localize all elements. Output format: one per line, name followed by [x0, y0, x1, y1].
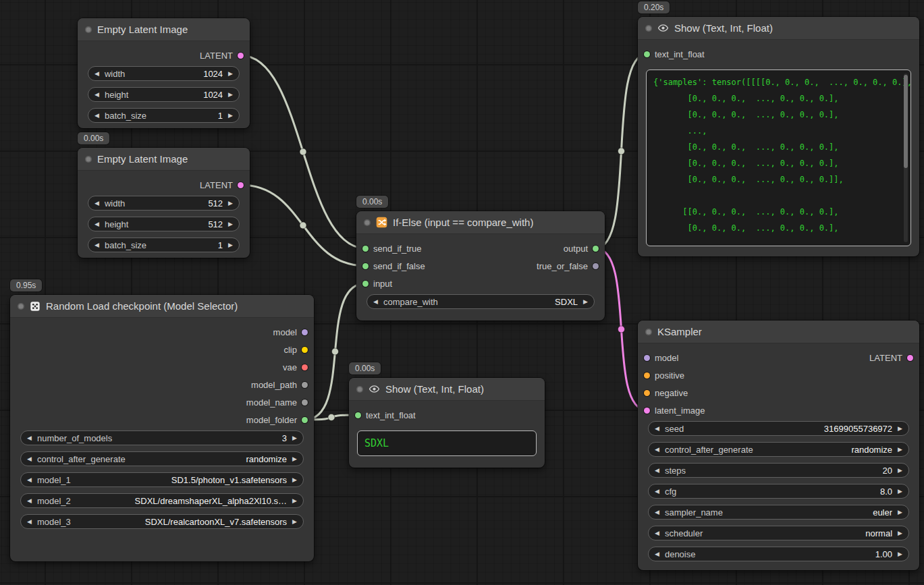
widget-height[interactable]: ◀height512▶ — [88, 217, 240, 231]
increment-arrow-icon[interactable]: ▶ — [898, 489, 902, 495]
increment-arrow-icon[interactable]: ▶ — [228, 242, 233, 248]
decrement-arrow-icon[interactable]: ◀ — [655, 468, 659, 474]
node-titlebar[interactable]: Random Load checkpoint (Model Selector) — [10, 295, 314, 318]
widget-compare-with[interactable]: ◀compare_withSDXL▶ — [366, 294, 595, 309]
decrement-arrow-icon[interactable]: ◀ — [655, 489, 659, 495]
node-show-text-small[interactable]: 0.00sShow (Text, Int, Float)text_int_flo… — [349, 378, 545, 468]
widget-scheduler[interactable]: ◀schedulernormal▶ — [648, 526, 909, 540]
widget-model-1[interactable]: ◀model_1SD1.5/photon_v1.safetensors▶ — [20, 472, 304, 487]
decrement-arrow-icon[interactable]: ◀ — [94, 242, 99, 248]
collapse-dot[interactable] — [356, 386, 363, 393]
input-port-dot-positive[interactable] — [644, 372, 650, 379]
output-port-dot-model_name[interactable] — [302, 399, 308, 406]
widget-height[interactable]: ◀height1024▶ — [88, 87, 240, 102]
increment-arrow-icon[interactable]: ▶ — [898, 530, 902, 536]
output-port-dot-output[interactable] — [593, 246, 599, 252]
increment-arrow-icon[interactable]: ▶ — [898, 551, 902, 557]
collapse-dot[interactable] — [364, 219, 371, 226]
collapse-dot[interactable] — [85, 156, 92, 163]
node-if-else[interactable]: 0.00sIf-Else (input == compare_with)send… — [356, 211, 605, 321]
increment-arrow-icon[interactable]: ▶ — [898, 509, 902, 516]
decrement-arrow-icon[interactable]: ◀ — [655, 426, 659, 432]
increment-arrow-icon[interactable]: ▶ — [898, 468, 902, 474]
widget-control-after-generate[interactable]: ◀control_after_generaterandomize▶ — [20, 451, 304, 466]
node-ksampler[interactable]: KSamplermodelLATENTpositivenegativelaten… — [638, 321, 919, 570]
wire-midpoint-dot[interactable] — [300, 148, 306, 155]
widget-steps[interactable]: ◀steps20▶ — [648, 463, 909, 478]
increment-arrow-icon[interactable]: ▶ — [228, 221, 233, 227]
wire[interactable] — [241, 55, 366, 248]
output-port-dot-LATENT[interactable] — [907, 355, 913, 361]
input-port-dot-text_int_float[interactable] — [644, 51, 650, 57]
widget-denoise[interactable]: ◀denoise1.00▶ — [648, 547, 909, 561]
widget-number-of-models[interactable]: ◀number_of_models3▶ — [20, 430, 304, 445]
widget-width[interactable]: ◀width512▶ — [88, 196, 240, 211]
collapse-dot[interactable] — [645, 329, 652, 335]
decrement-arrow-icon[interactable]: ◀ — [655, 509, 659, 516]
output-port-dot-model_folder[interactable] — [302, 417, 308, 423]
widget-control-after-generate[interactable]: ◀control_after_generaterandomize▶ — [648, 442, 909, 457]
output-port-dot-model[interactable] — [302, 329, 308, 335]
decrement-arrow-icon[interactable]: ◀ — [27, 456, 32, 462]
text-output-box[interactable]: SDXL — [357, 430, 537, 456]
decrement-arrow-icon[interactable]: ◀ — [27, 477, 32, 483]
input-port-dot-send_if_true[interactable] — [362, 246, 369, 252]
input-port-dot-input[interactable] — [362, 281, 369, 287]
increment-arrow-icon[interactable]: ▶ — [292, 456, 297, 462]
node-show-text-large[interactable]: 0.20sShow (Text, Int, Float)text_int_flo… — [638, 17, 919, 256]
decrement-arrow-icon[interactable]: ◀ — [655, 447, 659, 453]
node-titlebar[interactable]: If-Else (input == compare_with) — [356, 211, 605, 234]
decrement-arrow-icon[interactable]: ◀ — [655, 551, 659, 557]
node-empty-latent-2[interactable]: 0.00sEmpty Latent ImageLATENT◀width512▶◀… — [78, 148, 250, 258]
widget-sampler-name[interactable]: ◀sampler_nameeuler▶ — [648, 505, 909, 520]
increment-arrow-icon[interactable]: ▶ — [228, 92, 233, 98]
wire-midpoint-dot[interactable] — [618, 326, 625, 333]
decrement-arrow-icon[interactable]: ◀ — [94, 200, 99, 206]
input-port-dot-model[interactable] — [644, 355, 650, 361]
widget-width[interactable]: ◀width1024▶ — [88, 66, 240, 81]
increment-arrow-icon[interactable]: ▶ — [898, 426, 902, 432]
decrement-arrow-icon[interactable]: ◀ — [94, 71, 99, 77]
output-port-dot-vae[interactable] — [302, 364, 308, 370]
increment-arrow-icon[interactable]: ▶ — [228, 200, 233, 206]
increment-arrow-icon[interactable]: ▶ — [228, 113, 233, 119]
increment-arrow-icon[interactable]: ▶ — [898, 447, 902, 453]
increment-arrow-icon[interactable]: ▶ — [292, 477, 297, 483]
output-port-dot-clip[interactable] — [302, 347, 308, 353]
text-output-box[interactable]: {'samples': tensor([[[[0., 0., 0., ..., … — [646, 69, 911, 246]
widget-model-2[interactable]: ◀model_2SDXL/dreamshaperXL_alpha2Xl10.s…… — [20, 493, 304, 508]
node-empty-latent-1[interactable]: Empty Latent ImageLATENT◀width1024▶◀heig… — [78, 18, 250, 128]
output-port-dot-true_or_false[interactable] — [593, 263, 599, 269]
node-titlebar[interactable]: Show (Text, Int, Float) — [638, 17, 919, 40]
increment-arrow-icon[interactable]: ▶ — [292, 498, 297, 504]
input-port-dot-latent_image[interactable] — [644, 408, 650, 414]
wire-midpoint-dot[interactable] — [618, 148, 625, 155]
node-titlebar[interactable]: KSampler — [638, 321, 919, 343]
wire-midpoint-dot[interactable] — [332, 348, 339, 355]
wire-midpoint-dot[interactable] — [300, 222, 306, 229]
output-port-dot-LATENT[interactable] — [238, 182, 244, 188]
decrement-arrow-icon[interactable]: ◀ — [94, 92, 99, 98]
decrement-arrow-icon[interactable]: ◀ — [373, 299, 378, 305]
node-graph-canvas[interactable]: Empty Latent ImageLATENT◀width1024▶◀heig… — [0, 0, 924, 585]
wire-midpoint-dot[interactable] — [328, 414, 335, 421]
collapse-dot[interactable] — [18, 303, 24, 310]
node-random-load-checkpoint[interactable]: 0.95sRandom Load checkpoint (Model Selec… — [10, 295, 314, 561]
node-titlebar[interactable]: Empty Latent Image — [78, 18, 250, 41]
increment-arrow-icon[interactable]: ▶ — [228, 71, 233, 77]
decrement-arrow-icon[interactable]: ◀ — [655, 530, 659, 536]
input-port-dot-text_int_float[interactable] — [355, 412, 361, 418]
widget-cfg[interactable]: ◀cfg8.0▶ — [648, 484, 909, 499]
widget-batch-size[interactable]: ◀batch_size1▶ — [88, 108, 240, 123]
increment-arrow-icon[interactable]: ▶ — [292, 435, 297, 441]
scrollbar-thumb[interactable] — [904, 75, 908, 168]
input-port-dot-negative[interactable] — [644, 390, 650, 396]
collapse-dot[interactable] — [85, 26, 92, 33]
decrement-arrow-icon[interactable]: ◀ — [27, 498, 32, 504]
increment-arrow-icon[interactable]: ▶ — [583, 299, 588, 305]
decrement-arrow-icon[interactable]: ◀ — [27, 435, 32, 441]
decrement-arrow-icon[interactable]: ◀ — [27, 519, 32, 525]
node-titlebar[interactable]: Show (Text, Int, Float) — [349, 378, 545, 401]
collapse-dot[interactable] — [645, 25, 652, 32]
node-titlebar[interactable]: Empty Latent Image — [78, 148, 250, 171]
